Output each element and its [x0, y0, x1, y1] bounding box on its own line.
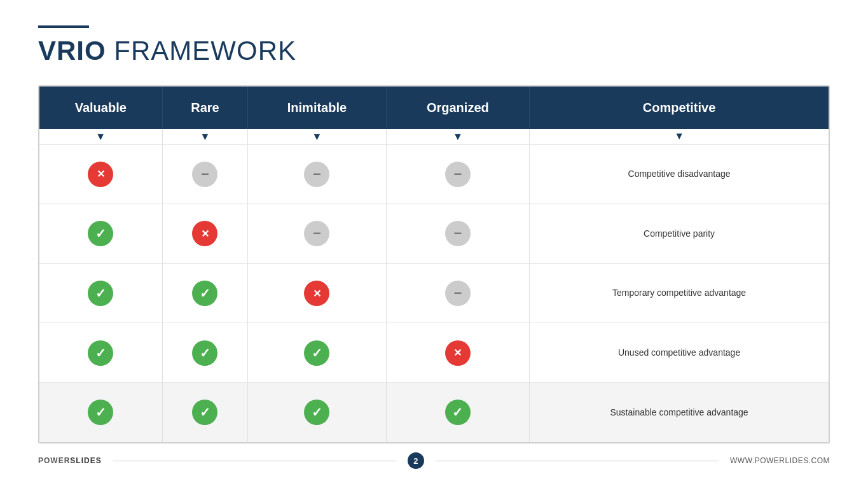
check-icon	[192, 400, 217, 425]
header-section: VRIO FRAMEWORK	[38, 25, 830, 66]
chevron-valuable: ▼	[95, 132, 106, 142]
x-icon	[192, 221, 217, 246]
result-cell: Unused competitive advantage	[530, 323, 829, 383]
footer-line-right	[436, 461, 719, 461]
table-container: Valuable Rare Inimitable Organized Compe…	[38, 85, 830, 443]
result-cell: Temporary competitive advantage	[530, 263, 829, 323]
minus-icon	[304, 221, 329, 246]
cell-row4-col2	[248, 382, 386, 442]
brand-bold: SLIDES	[70, 456, 101, 465]
table-row: Unused competitive advantage	[39, 323, 829, 383]
title-bar	[38, 25, 89, 28]
brand-regular: POWER	[38, 456, 70, 465]
table-row: Temporary competitive advantage	[39, 263, 829, 323]
minus-icon	[445, 281, 471, 306]
col-header-valuable: Valuable	[39, 87, 162, 129]
col-header-competitive: Competitive	[530, 87, 829, 129]
footer: POWERSLIDES 2 WWW.POWERLIDES.COM	[38, 443, 830, 469]
minus-icon	[304, 162, 329, 187]
cell-row0-col2	[248, 144, 386, 204]
title-bold: VRIO	[38, 36, 106, 66]
cell-row0-col1	[162, 144, 248, 204]
check-icon	[445, 400, 471, 425]
result-cell: Competitive parity	[530, 204, 829, 264]
minus-icon	[445, 221, 471, 246]
page-title: VRIO FRAMEWORK	[38, 36, 830, 66]
col-header-inimitable: Inimitable	[248, 87, 386, 129]
page-number: 2	[408, 452, 424, 469]
check-icon	[88, 221, 113, 246]
chevron-row: ▼ ▼ ▼ ▼ ▼	[39, 129, 829, 144]
col-header-rare: Rare	[162, 87, 248, 129]
check-icon	[304, 400, 329, 425]
table-header-row: Valuable Rare Inimitable Organized Compe…	[39, 87, 829, 129]
chevron-inimitable: ▼	[312, 132, 322, 142]
page-container: VRIO FRAMEWORK Valuable Rare Inimitable …	[0, 0, 868, 488]
check-icon	[88, 340, 113, 366]
check-icon	[192, 340, 217, 366]
cell-row3-col3	[386, 323, 530, 383]
result-cell: Sustainable competitive advantage	[530, 382, 829, 442]
cell-row1-col0	[39, 204, 162, 264]
cell-row1-col1	[162, 204, 248, 264]
cell-row4-col3	[386, 382, 530, 442]
x-icon	[445, 340, 471, 366]
title-light: FRAMEWORK	[106, 36, 296, 66]
table-row: Competitive parity	[39, 204, 829, 264]
cell-row4-col0	[39, 382, 162, 442]
footer-brand: POWERSLIDES	[38, 456, 102, 465]
cell-row0-col0	[39, 144, 162, 204]
chevron-rare: ▼	[200, 132, 210, 142]
minus-icon	[445, 162, 471, 187]
chevron-organized: ▼	[453, 132, 463, 142]
cell-row4-col1	[162, 382, 248, 442]
cell-row1-col3	[386, 204, 530, 264]
minus-icon	[192, 162, 217, 187]
cell-row2-col0	[39, 263, 162, 323]
cell-row3-col2	[248, 323, 386, 383]
cell-row0-col3	[386, 144, 530, 204]
footer-line-left	[113, 461, 396, 461]
vrio-table: Valuable Rare Inimitable Organized Compe…	[39, 87, 829, 442]
col-header-organized: Organized	[386, 87, 530, 129]
x-icon	[304, 281, 329, 306]
x-icon	[88, 162, 113, 187]
cell-row2-col3	[386, 263, 530, 323]
cell-row3-col0	[39, 323, 162, 383]
check-icon	[304, 340, 329, 366]
cell-row2-col2	[248, 263, 386, 323]
table-row: Competitive disadvantage	[39, 144, 829, 204]
check-icon	[192, 281, 217, 306]
cell-row2-col1	[162, 263, 248, 323]
check-icon	[88, 281, 113, 306]
table-row: Sustainable competitive advantage	[39, 382, 829, 442]
cell-row1-col2	[248, 204, 386, 264]
cell-row3-col1	[162, 323, 248, 383]
chevron-competitive: ▼	[674, 131, 684, 141]
check-icon	[88, 400, 113, 425]
footer-website: WWW.POWERLIDES.COM	[730, 456, 830, 465]
result-cell: Competitive disadvantage	[530, 144, 829, 204]
